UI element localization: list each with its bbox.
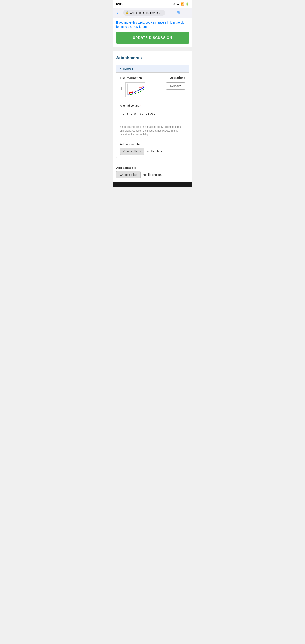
battery-icon: 🔋 [186,2,189,6]
drag-handle-icon[interactable]: ✛ [120,82,123,91]
file-info-col: File information [120,76,156,80]
image-preview-row: ✛ [120,82,145,97]
preview-operations-row: ✛ [120,82,185,100]
browser-chrome: ⌂ 🔒 wallstreetoasis.com/for... ＋ ⊞ ⋮ [113,8,192,18]
url-text: wallstreetoasis.com/for... [130,11,160,14]
ops-col: Operations [156,76,185,80]
card-labels-row: File information Operations [120,76,185,80]
update-btn-wrap: UPDATE DISCUSSION [113,30,192,47]
required-star: * [140,104,142,107]
attachments-section: Attachments ▼ IMAGE File information Ope… [113,51,192,158]
notice-text: If you move this topic, you can leave a … [113,18,192,30]
remove-btn-col: Remove [166,82,185,90]
attachments-title: Attachments [116,56,189,60]
bottom-bar [113,182,192,187]
status-icons: ⚠ ▲ 📶 🔋 [173,2,189,6]
card-divider [120,140,185,140]
status-time: 6:08 [116,2,123,6]
alt-text-label-row: Alternative text * [120,104,185,107]
outer-no-file-chosen-text: No file chosen [143,173,162,176]
alt-text-label-text: Alternative text [120,104,140,107]
chart-thumbnail [125,82,145,97]
home-button[interactable]: ⌂ [115,9,122,16]
chart-svg [126,82,145,97]
signal-icon: 📶 [181,2,184,6]
file-input-row: Choose Files No file chosen [120,148,185,155]
card-body: File information Operations ✛ [116,73,189,158]
outer-file-input-row: Choose Files No file chosen [116,171,189,178]
update-discussion-button[interactable]: UPDATE DISCUSSION [116,32,189,44]
add-new-file-label: Add a new file [120,142,185,146]
choose-files-button[interactable]: Choose Files [120,148,144,155]
outer-add-file-label: Add a new file [116,166,189,170]
tabs-button[interactable]: ⊞ [175,9,182,16]
lock-icon: 🔒 [126,11,129,14]
wifi-icon: ▲ [177,2,180,6]
remove-button[interactable]: Remove [166,82,185,90]
status-bar: 6:08 ⚠ ▲ 📶 🔋 [113,0,192,8]
image-card-header: ▼ IMAGE [116,65,189,73]
warning-icon: ⚠ [173,2,176,6]
alt-text-input[interactable] [120,109,185,122]
outer-choose-files-button[interactable]: Choose Files [116,171,141,178]
add-new-file-section: Add a new file Choose Files No file chos… [120,142,185,155]
file-info-label: File information [120,76,142,80]
outer-add-file-section: Add a new file Choose Files No file chos… [113,163,192,182]
alt-text-description: Short description of the image used by s… [120,125,185,136]
chevron-down-icon: ▼ [120,67,122,70]
new-tab-button[interactable]: ＋ [166,9,173,16]
image-card: ▼ IMAGE File information Operations ✛ [116,64,189,158]
image-card-title: IMAGE [123,67,134,70]
section-gap [113,47,192,51]
page-content: If you move this topic, you can leave a … [113,18,192,182]
no-file-chosen-text: No file chosen [146,150,165,153]
operations-label: Operations [170,76,185,80]
more-button[interactable]: ⋮ [184,9,190,16]
url-bar[interactable]: 🔒 wallstreetoasis.com/for... [124,10,165,16]
